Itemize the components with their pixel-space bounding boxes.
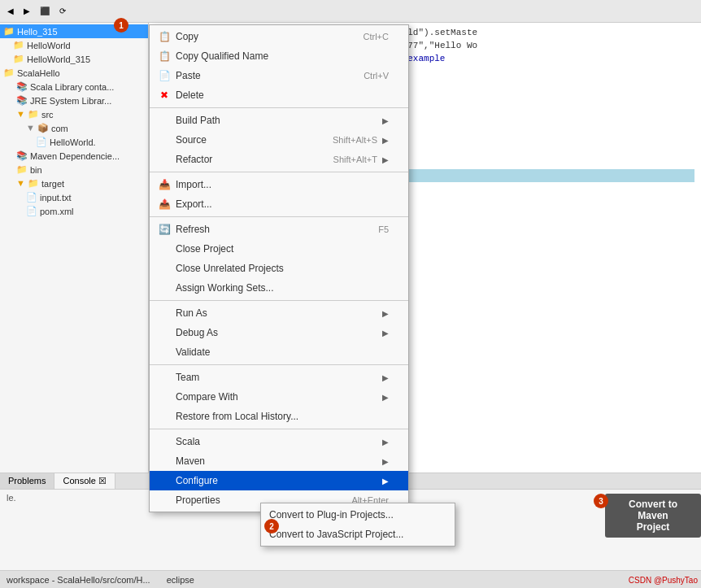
toolbar-btn-forward[interactable]: ▶ <box>20 4 34 18</box>
tree-item-com[interactable]: ▼ 📦 com <box>0 121 148 135</box>
menu-item-delete[interactable]: ✖ Delete <box>150 85 408 105</box>
tooltip-label: Convert toMavenProject <box>629 499 677 533</box>
menu-sep-4 <box>150 300 408 301</box>
refresh-icon: 🔄 <box>158 224 171 235</box>
menu-item-copy-qualified[interactable]: 📋 Copy Qualified Name <box>150 46 408 66</box>
badge-2: 2 <box>264 519 279 534</box>
menu-item-compare-with[interactable]: Compare With ▶ <box>150 387 408 407</box>
toolbar-btn-back[interactable]: ◀ <box>3 4 18 18</box>
menu-sep-3 <box>150 216 408 217</box>
menu-label-build-path: Build Path <box>176 115 220 126</box>
tree-label-scalahello: ScalaHello <box>17 68 60 78</box>
folder-icon-src: ▼ 📁 <box>16 109 39 120</box>
menu-item-working-sets[interactable]: Assign Working Sets... <box>150 278 408 298</box>
maven-arrow: ▶ <box>382 457 389 466</box>
menu-item-source[interactable]: Source Shift+Alt+S ▶ <box>150 130 408 150</box>
menu-item-configure[interactable]: Configure ▶ <box>150 471 408 490</box>
toolbar-btn-stop[interactable]: ⬛ <box>36 4 54 18</box>
export-icon: 📤 <box>158 198 171 210</box>
tree-item-helloworldfile[interactable]: 📄 HelloWorld. <box>0 135 148 149</box>
compare-with-arrow: ▶ <box>382 393 389 402</box>
package-icon-com: ▼ 📦 <box>26 123 49 133</box>
menu-label-debug-as: Debug As <box>176 327 218 338</box>
menu-item-close-unrelated[interactable]: Close Unrelated Projects <box>150 259 408 278</box>
tree-item-jre[interactable]: 📚 JRE System Librar... <box>0 94 148 107</box>
tree-label-helloworld: HelloWorld <box>27 41 71 50</box>
tree-item-target[interactable]: ▼ 📁 target <box>0 176 148 190</box>
menu-sep-1 <box>150 107 408 108</box>
tree-label-com: com <box>51 124 68 133</box>
tree-label-helloworld315: HelloWorld_315 <box>27 54 90 64</box>
submenu-item-convert-plugin[interactable]: Convert to Plug-in Projects... <box>261 505 455 525</box>
menu-item-export[interactable]: 📤 Export... <box>150 194 408 214</box>
tree-label-target: target <box>41 179 64 189</box>
menu-label-team: Team <box>176 372 199 383</box>
configure-arrow: ▶ <box>382 477 389 486</box>
menu-item-scala[interactable]: Scala ▶ <box>150 432 408 451</box>
tree-item-scalahello[interactable]: 📁 ScalaHello <box>0 66 148 80</box>
toolbar: ◀ ▶ ⬛ ⟳ <box>0 0 701 23</box>
menu-item-refactor[interactable]: Refactor Shift+Alt+T ▶ <box>150 150 408 169</box>
menu-label-source: Source <box>176 134 207 146</box>
menu-label-export: Export... <box>176 198 212 210</box>
project-icon: 📁 <box>3 26 15 37</box>
copy-qualified-icon: 📋 <box>158 50 171 62</box>
tree-label-scalalibrary: Scala Library conta... <box>30 82 114 92</box>
toolbar-btn-refresh[interactable]: ⟳ <box>55 4 70 18</box>
tree-item-src[interactable]: ▼ 📁 src <box>0 107 148 121</box>
tree-item-pomxml[interactable]: 📄 pom.xml <box>0 204 148 218</box>
tree-item-helloworld315[interactable]: 📁 HelloWorld_315 <box>0 52 148 66</box>
tree-label-bin: bin <box>30 165 42 175</box>
menu-item-import[interactable]: 📥 Import... <box>150 175 408 194</box>
menu-label-refactor: Refactor <box>176 154 212 165</box>
console-text: le. <box>7 493 16 503</box>
status-workspace: workspace - ScalaHello/src/com/H... <box>7 575 150 585</box>
menu-item-restore-history[interactable]: Restore from Local History... <box>150 407 408 426</box>
badge-1: 1 <box>114 18 128 33</box>
menu-item-debug-as[interactable]: Debug As ▶ <box>150 323 408 342</box>
project-panel: 📁 Hello_315 📁 HelloWorld 📁 HelloWorld_31… <box>0 23 149 473</box>
watermark: CSDN @PushyTao <box>629 576 698 585</box>
import-icon: 📥 <box>158 179 171 190</box>
project-icon-scala: 📁 <box>3 68 15 78</box>
menu-item-refresh[interactable]: 🔄 Refresh F5 <box>150 220 408 239</box>
menu-item-maven[interactable]: Maven ▶ <box>150 451 408 471</box>
tree-item-scalalibrary[interactable]: 📚 Scala Library conta... <box>0 80 148 94</box>
menu-label-close-unrelated: Close Unrelated Projects <box>176 263 284 274</box>
tree-label-hello315: Hello_315 <box>17 27 58 37</box>
tab-problems[interactable]: Problems <box>0 473 54 489</box>
menu-sep-5 <box>150 364 408 365</box>
tree-item-bin[interactable]: 📁 bin <box>0 163 148 176</box>
refactor-arrow: ▶ <box>382 155 389 164</box>
menu-label-copy: Copy <box>176 31 198 42</box>
context-menu: 📋 Copy Ctrl+C 📋 Copy Qualified Name 📄 Pa… <box>149 24 409 512</box>
team-arrow: ▶ <box>382 373 389 382</box>
submenu-item-convert-javascript[interactable]: Convert to JavaScript Project... <box>261 525 455 544</box>
tree-label-src: src <box>41 110 54 120</box>
delete-icon: ✖ <box>158 89 171 101</box>
menu-label-maven: Maven <box>176 455 205 467</box>
menu-label-copy-qualified: Copy Qualified Name <box>176 50 268 62</box>
menu-item-run-as[interactable]: Run As ▶ <box>150 303 408 323</box>
menu-item-validate[interactable]: Validate <box>150 342 408 362</box>
menu-item-copy[interactable]: 📋 Copy Ctrl+C <box>150 27 408 46</box>
menu-sep-6 <box>150 429 408 429</box>
menu-item-paste[interactable]: 📄 Paste Ctrl+V <box>150 66 408 85</box>
file-icon-helloworld: 📄 <box>36 137 47 147</box>
folder-icon-target: ▼ 📁 <box>16 178 39 189</box>
tree-item-inputtxt[interactable]: 📄 input.txt <box>0 190 148 204</box>
paste-icon: 📄 <box>158 70 171 81</box>
tree-label-inputtxt: input.txt <box>40 193 72 203</box>
tree-label-mavendep: Maven Dependencie... <box>30 151 120 161</box>
menu-item-team[interactable]: Team ▶ <box>150 368 408 387</box>
menu-label-paste: Paste <box>176 70 201 81</box>
menu-label-delete: Delete <box>176 89 204 101</box>
menu-shortcut-refactor: Shift+Alt+T <box>333 155 377 164</box>
menu-item-close-project[interactable]: Close Project <box>150 239 408 259</box>
scala-arrow: ▶ <box>382 438 389 446</box>
menu-label-scala: Scala <box>176 436 200 447</box>
tree-item-mavendep[interactable]: 📚 Maven Dependencie... <box>0 149 148 163</box>
tab-console[interactable]: Console ☒ <box>54 473 115 489</box>
tree-item-helloworld[interactable]: 📁 HelloWorld <box>0 38 148 52</box>
menu-item-build-path[interactable]: Build Path ▶ <box>150 111 408 130</box>
